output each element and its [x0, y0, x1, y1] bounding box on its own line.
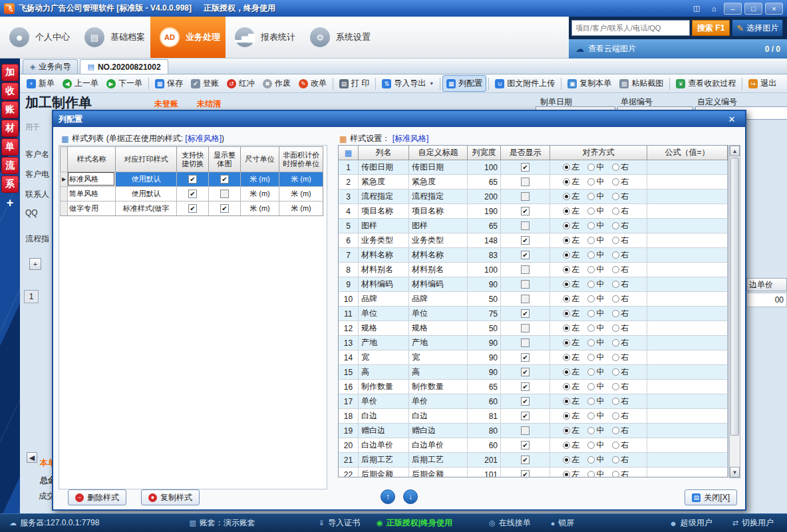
- radio-中[interactable]: [587, 442, 595, 449]
- checkbox[interactable]: [521, 178, 530, 186]
- checkbox[interactable]: ✔: [521, 309, 530, 318]
- settings-row[interactable]: 22后期金额后期金额101✔左中右: [339, 467, 728, 477]
- column-width-cell[interactable]: 81: [468, 409, 501, 424]
- toolbar-保存[interactable]: ▦保存: [151, 75, 187, 92]
- checkbox[interactable]: ✔: [220, 175, 229, 184]
- formula-cell[interactable]: [647, 248, 728, 263]
- status-import-cert[interactable]: ⇓导入证书: [319, 517, 360, 529]
- formula-cell[interactable]: [647, 307, 728, 321]
- radio-中[interactable]: [587, 427, 595, 434]
- radio-中[interactable]: [587, 456, 595, 464]
- toolbar-列配置[interactable]: ▦列配置: [442, 75, 486, 92]
- column-width-cell[interactable]: 65: [468, 219, 501, 233]
- tab-业务向导[interactable]: ◈业务向导: [23, 59, 78, 74]
- radio-左[interactable]: [563, 310, 570, 317]
- custom-title-cell[interactable]: 高: [409, 365, 468, 380]
- checkbox[interactable]: [220, 190, 229, 198]
- formula-cell[interactable]: [647, 409, 728, 424]
- radio-左[interactable]: [563, 368, 570, 376]
- status-online-order[interactable]: ◎在线接单: [489, 517, 531, 529]
- checkbox[interactable]: ✔: [188, 204, 197, 213]
- pc-icon[interactable]: ◫: [689, 3, 704, 14]
- column-width-cell[interactable]: 90: [468, 365, 501, 380]
- sidebar-tab-收[interactable]: 收: [1, 82, 19, 100]
- sidebar-tab-+[interactable]: +: [1, 194, 19, 211]
- radio-中[interactable]: [587, 368, 595, 376]
- move-down-button[interactable]: ↓: [403, 489, 418, 504]
- radio-右[interactable]: [612, 442, 619, 449]
- column-width-cell[interactable]: 148: [468, 233, 501, 248]
- radio-中[interactable]: [587, 412, 595, 420]
- radio-右[interactable]: [612, 164, 619, 171]
- radio-右[interactable]: [612, 207, 619, 215]
- toolbar-新单[interactable]: +新单: [23, 75, 59, 92]
- dialog-close-icon[interactable]: ✕: [724, 113, 740, 126]
- formula-cell[interactable]: [647, 233, 728, 248]
- column-width-cell[interactable]: 60: [468, 394, 501, 409]
- radio-右[interactable]: [612, 295, 619, 303]
- formula-cell[interactable]: [647, 277, 728, 292]
- settings-style-link[interactable]: [标准风格]: [393, 134, 429, 143]
- toolbar-粘贴截图[interactable]: ▨粘贴截图: [615, 75, 667, 92]
- formula-cell[interactable]: [647, 219, 728, 233]
- settings-row[interactable]: 16制作数量制作数量65✔左中右: [339, 380, 728, 394]
- custom-title-cell[interactable]: 制作数量: [409, 380, 468, 394]
- formula-cell[interactable]: [647, 438, 728, 453]
- formula-cell[interactable]: [647, 292, 728, 307]
- radio-左[interactable]: [563, 412, 570, 420]
- radio-左[interactable]: [563, 398, 570, 405]
- maximize-icon[interactable]: □: [744, 3, 762, 15]
- radio-左[interactable]: [563, 281, 570, 288]
- radio-中[interactable]: [587, 237, 595, 244]
- radio-左[interactable]: [563, 178, 570, 186]
- column-width-cell[interactable]: 75: [468, 307, 501, 321]
- radio-左[interactable]: [563, 251, 570, 259]
- checkbox[interactable]: ✔: [521, 207, 530, 215]
- settings-row[interactable]: 17单价单价60✔左中右: [339, 394, 728, 409]
- radio-中[interactable]: [587, 164, 595, 171]
- radio-中[interactable]: [587, 222, 595, 229]
- custom-title-cell[interactable]: 材料名称: [409, 248, 468, 263]
- toolbar-下一单[interactable]: ▶下一单: [102, 75, 146, 92]
- status-switch-user[interactable]: ⇄切换用户: [732, 517, 774, 529]
- settings-row[interactable]: 18白边白边81✔左中右: [339, 409, 728, 424]
- custom-title-cell[interactable]: 业务类型: [409, 233, 468, 248]
- radio-右[interactable]: [612, 354, 619, 361]
- settings-row[interactable]: 21后期工艺后期工艺201✔左中右: [339, 453, 728, 467]
- radio-左[interactable]: [563, 354, 570, 361]
- sidebar-tab-材[interactable]: 材: [1, 120, 19, 137]
- style-list-row[interactable]: 简单风格使用默认✔米 (m)米 (m): [60, 186, 323, 201]
- checkbox[interactable]: [521, 324, 530, 332]
- radio-右[interactable]: [612, 368, 619, 376]
- settings-row[interactable]: 19赠白边赠白边80左中右: [339, 424, 728, 438]
- radio-左[interactable]: [563, 207, 570, 215]
- radio-左[interactable]: [563, 266, 570, 273]
- toolbar-复制本单[interactable]: ▣复制本单: [563, 75, 615, 92]
- custom-title-cell[interactable]: 规格: [409, 321, 468, 336]
- style-list-row[interactable]: ▶标准风格使用默认✔✔米 (m)米 (m): [60, 172, 323, 186]
- sidebar-tab-加[interactable]: 加: [1, 64, 19, 81]
- column-width-cell[interactable]: 50: [468, 292, 501, 307]
- formula-cell[interactable]: [647, 175, 728, 190]
- settings-row[interactable]: 20白边单价白边单价60✔左中右: [339, 438, 728, 453]
- grid-add-button[interactable]: +: [29, 258, 41, 270]
- formula-cell[interactable]: [647, 394, 728, 409]
- nav-item-报表统计[interactable]: ▂▅▇报表统计: [226, 17, 301, 58]
- custom-title-cell[interactable]: 单价: [409, 394, 468, 409]
- radio-左[interactable]: [563, 427, 570, 434]
- custom-title-cell[interactable]: 产地: [409, 336, 468, 350]
- radio-中[interactable]: [587, 266, 595, 273]
- settings-row[interactable]: 11单位单位75✔左中右: [339, 307, 728, 321]
- checkbox[interactable]: ✔: [188, 175, 197, 184]
- checkbox[interactable]: ✔: [220, 204, 229, 213]
- custom-title-cell[interactable]: 单位: [409, 307, 468, 321]
- custom-title-cell[interactable]: 后期金额: [409, 467, 468, 477]
- copy-style-button[interactable]: ● 复制样式: [141, 489, 200, 505]
- radio-右[interactable]: [612, 266, 619, 273]
- close-icon[interactable]: ×: [765, 3, 783, 15]
- radio-右[interactable]: [612, 325, 619, 332]
- toolbar-上一单[interactable]: ◀上一单: [59, 75, 102, 92]
- settings-row[interactable]: 3流程指定流程指定200左中右: [339, 190, 728, 204]
- settings-row[interactable]: 13产地产地90左中右: [339, 336, 728, 350]
- radio-右[interactable]: [612, 222, 619, 229]
